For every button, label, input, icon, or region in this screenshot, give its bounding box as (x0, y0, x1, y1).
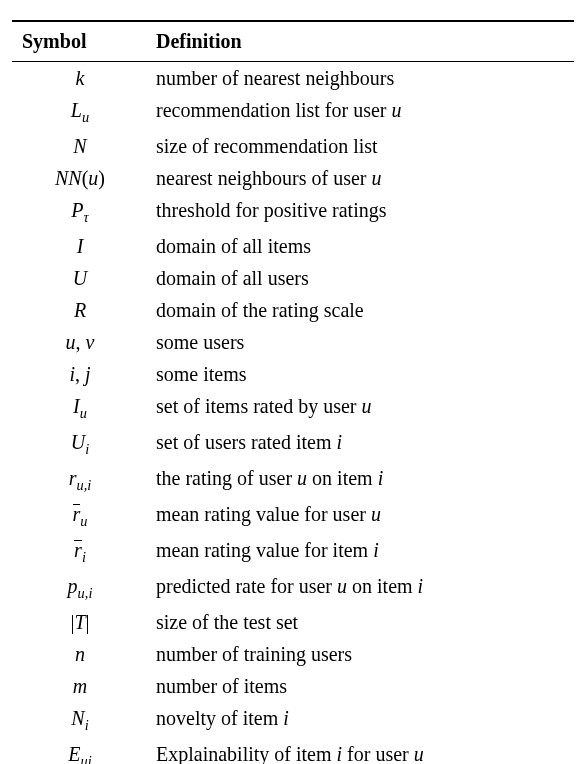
table-row: Ninovelty of item i (12, 702, 574, 738)
symbol-definition-table: Symbol Definition knumber of nearest nei… (12, 20, 574, 764)
table-row: Pτthreshold for positive ratings (12, 194, 574, 230)
definition-cell: set of items rated by user u (148, 390, 574, 426)
symbol-cell: Pτ (12, 194, 148, 230)
table-row: Lurecommendation list for user u (12, 94, 574, 130)
header-symbol: Symbol (12, 21, 148, 62)
definition-cell: some users (148, 326, 574, 358)
symbol-cell: Eui (12, 738, 148, 764)
definition-cell: number of nearest neighbours (148, 62, 574, 95)
symbol-cell: k (12, 62, 148, 95)
symbol-cell: Ni (12, 702, 148, 738)
symbol-cell: I (12, 230, 148, 262)
table-row: Nsize of recommendation list (12, 130, 574, 162)
symbol-cell: Lu (12, 94, 148, 130)
symbol-cell: pu,i (12, 570, 148, 606)
table-body: knumber of nearest neighboursLurecommend… (12, 62, 574, 765)
symbol-cell: ru (12, 498, 148, 534)
definition-cell: mean rating value for item i (148, 534, 574, 570)
table-row: i, jsome items (12, 358, 574, 390)
definition-cell: size of the test set (148, 606, 574, 638)
table-row: |T|size of the test set (12, 606, 574, 638)
table-row: Idomain of all items (12, 230, 574, 262)
definition-cell: domain of the rating scale (148, 294, 574, 326)
table-row: u, vsome users (12, 326, 574, 358)
symbol-cell: Ui (12, 426, 148, 462)
header-row: Symbol Definition (12, 21, 574, 62)
table-row: nnumber of training users (12, 638, 574, 670)
definition-cell: predicted rate for user u on item i (148, 570, 574, 606)
definition-cell: mean rating value for user u (148, 498, 574, 534)
definition-cell: the rating of user u on item i (148, 462, 574, 498)
definition-cell: threshold for positive ratings (148, 194, 574, 230)
symbol-cell: ru,i (12, 462, 148, 498)
table-row: EuiExplainability of item i for user u (12, 738, 574, 764)
definition-cell: nearest neighbours of user u (148, 162, 574, 194)
table-row: rumean rating value for user u (12, 498, 574, 534)
symbol-cell: u, v (12, 326, 148, 358)
table-row: NN(u)nearest neighbours of user u (12, 162, 574, 194)
table-row: Udomain of all users (12, 262, 574, 294)
symbol-cell: N (12, 130, 148, 162)
header-definition: Definition (148, 21, 574, 62)
table-row: Rdomain of the rating scale (12, 294, 574, 326)
symbol-cell: R (12, 294, 148, 326)
definition-cell: number of training users (148, 638, 574, 670)
definition-cell: some items (148, 358, 574, 390)
table-row: Uiset of users rated item i (12, 426, 574, 462)
symbol-cell: i, j (12, 358, 148, 390)
table-row: knumber of nearest neighbours (12, 62, 574, 95)
table-row: ru,ithe rating of user u on item i (12, 462, 574, 498)
definition-cell: domain of all items (148, 230, 574, 262)
definition-cell: recommendation list for user u (148, 94, 574, 130)
definition-cell: domain of all users (148, 262, 574, 294)
table-row: mnumber of items (12, 670, 574, 702)
symbol-cell: U (12, 262, 148, 294)
symbol-cell: n (12, 638, 148, 670)
symbol-cell: m (12, 670, 148, 702)
definition-cell: size of recommendation list (148, 130, 574, 162)
definition-cell: number of items (148, 670, 574, 702)
table-row: pu,ipredicted rate for user u on item i (12, 570, 574, 606)
symbol-cell: NN(u) (12, 162, 148, 194)
symbol-cell: Iu (12, 390, 148, 426)
definition-cell: set of users rated item i (148, 426, 574, 462)
symbol-cell: ri (12, 534, 148, 570)
symbol-cell: |T| (12, 606, 148, 638)
definition-cell: Explainability of item i for user u (148, 738, 574, 764)
table-row: rimean rating value for item i (12, 534, 574, 570)
definition-cell: novelty of item i (148, 702, 574, 738)
table-row: Iuset of items rated by user u (12, 390, 574, 426)
